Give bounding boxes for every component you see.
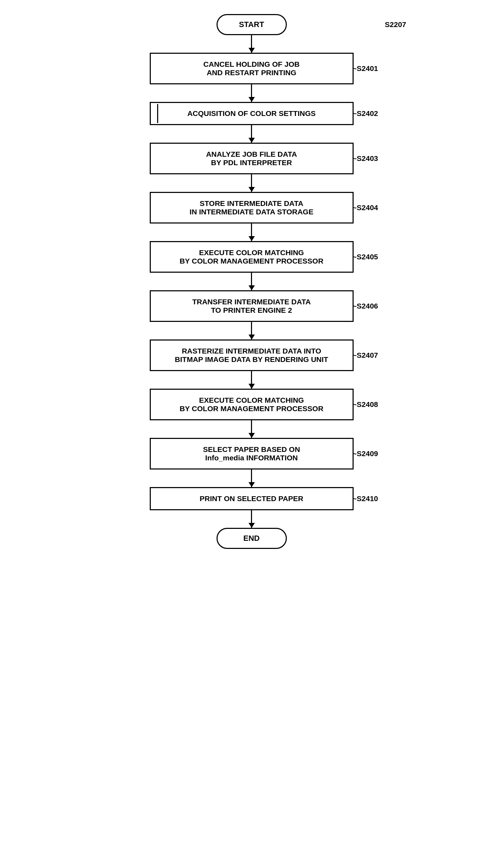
label-s2402: ~S2402 <box>353 109 378 118</box>
label-s2403: ~S2403 <box>353 154 378 163</box>
arrow-0 <box>251 35 252 53</box>
arrow-10 <box>251 510 252 528</box>
box-s2404: STORE INTERMEDIATE DATAIN INTERMEDIATE D… <box>150 192 354 224</box>
step-s2409: SELECT PAPER BASED ONInfo_media INFORMAT… <box>129 438 375 469</box>
arrow-4 <box>251 224 252 241</box>
box-s2403: ANALYZE JOB FILE DATABY PDL INTERPRETER <box>150 143 354 174</box>
arrow-1 <box>251 84 252 102</box>
step-s2402: ACQUISITION OF COLOR SETTINGS ~S2402 <box>129 102 375 125</box>
box-s2408: EXECUTE COLOR MATCHINGBY COLOR MANAGEMEN… <box>150 389 354 420</box>
box-s2410: PRINT ON SELECTED PAPER <box>150 487 354 510</box>
step-s2404: STORE INTERMEDIATE DATAIN INTERMEDIATE D… <box>129 192 375 224</box>
arrow-3 <box>251 174 252 192</box>
arrow-5 <box>251 273 252 290</box>
arrow-7 <box>251 371 252 389</box>
box-s2401: CANCEL HOLDING OF JOBAND RESTART PRINTIN… <box>150 53 354 84</box>
step-s2407: RASTERIZE INTERMEDIATE DATA INTOBITMAP I… <box>129 339 375 371</box>
box-s2407: RASTERIZE INTERMEDIATE DATA INTOBITMAP I… <box>150 339 354 371</box>
box-s2405: EXECUTE COLOR MATCHINGBY COLOR MANAGEMEN… <box>150 241 354 273</box>
step-s2401: CANCEL HOLDING OF JOBAND RESTART PRINTIN… <box>129 53 375 84</box>
label-s2406: ~S2406 <box>353 302 378 310</box>
start-terminal: START <box>217 14 287 35</box>
arrow-9 <box>251 469 252 487</box>
step-s2406: TRANSFER INTERMEDIATE DATATO PRINTER ENG… <box>129 290 375 322</box>
arrow-2 <box>251 125 252 143</box>
label-s2410: ~S2410 <box>353 494 378 503</box>
label-s2408: ~S2408 <box>353 400 378 409</box>
arrow-8 <box>251 420 252 438</box>
step-s2408: EXECUTE COLOR MATCHINGBY COLOR MANAGEMEN… <box>129 389 375 420</box>
step-s2410: PRINT ON SELECTED PAPER ~S2410 <box>129 487 375 510</box>
start-row: START S2207 <box>129 14 375 35</box>
flowchart: START S2207 CANCEL HOLDING OF JOBAND RES… <box>129 14 375 549</box>
end-row: END <box>129 528 375 549</box>
label-s2407: ~S2407 <box>353 351 378 359</box>
arrow-6 <box>251 322 252 339</box>
label-s2401: ~S2401 <box>353 64 378 73</box>
label-s2405: ~S2405 <box>353 253 378 261</box>
box-s2402: ACQUISITION OF COLOR SETTINGS <box>150 102 354 125</box>
step-s2403: ANALYZE JOB FILE DATABY PDL INTERPRETER … <box>129 143 375 174</box>
label-s2409: ~S2409 <box>353 449 378 458</box>
label-s2404: ~S2404 <box>353 203 378 212</box>
step-s2405: EXECUTE COLOR MATCHINGBY COLOR MANAGEMEN… <box>129 241 375 273</box>
end-terminal: END <box>217 528 287 549</box>
start-label: S2207 <box>385 20 406 29</box>
box-s2406: TRANSFER INTERMEDIATE DATATO PRINTER ENG… <box>150 290 354 322</box>
box-s2409: SELECT PAPER BASED ONInfo_media INFORMAT… <box>150 438 354 469</box>
